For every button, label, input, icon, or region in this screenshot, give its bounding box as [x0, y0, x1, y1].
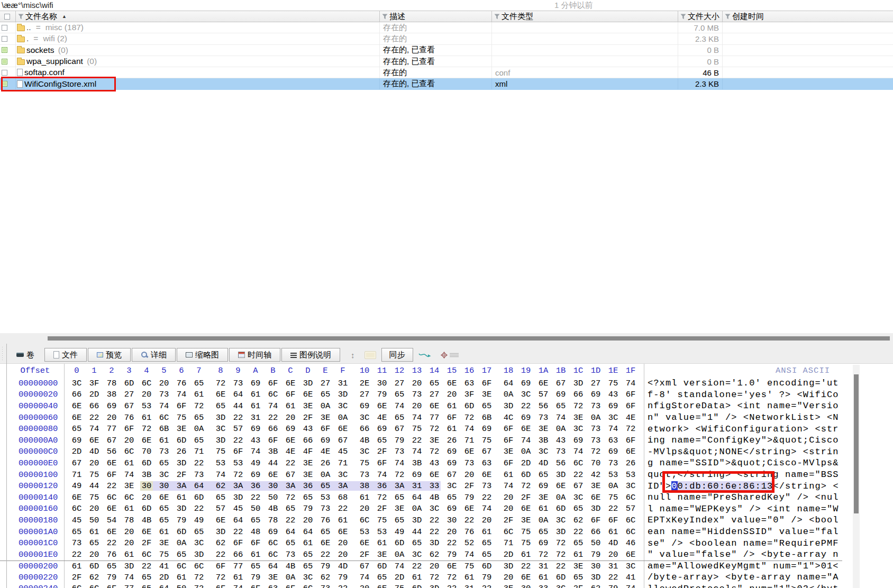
hex-byte[interactable]: 0A: [193, 424, 205, 434]
hex-byte[interactable]: 3C: [537, 447, 550, 456]
header-filesize[interactable]: 文件大小: [678, 11, 723, 22]
hex-byte[interactable]: 73: [589, 436, 602, 445]
hex-byte[interactable]: 69: [249, 379, 262, 388]
hex-byte[interactable]: 61: [302, 538, 314, 548]
hex-byte[interactable]: 4B: [428, 493, 441, 502]
hex-byte[interactable]: 3E: [393, 504, 406, 513]
hex-byte[interactable]: 3E: [175, 424, 188, 434]
hex-ascii[interactable]: ean name="HiddenSSID" value="fal: [644, 526, 842, 538]
hex-byte[interactable]: 69: [249, 470, 262, 480]
filter-icon[interactable]: [494, 14, 500, 20]
hex-byte[interactable]: 65: [445, 493, 458, 502]
tab-timeline[interactable]: 时间轴: [229, 348, 280, 362]
hex-byte[interactable]: 65: [572, 504, 585, 513]
hex-byte[interactable]: 30: [140, 481, 153, 491]
hex-byte[interactable]: 76: [319, 516, 332, 525]
hex-byte[interactable]: 31: [463, 584, 476, 588]
hex-byte[interactable]: 27: [393, 379, 406, 388]
hex-byte[interactable]: 65: [158, 516, 170, 525]
hex-byte[interactable]: 53: [376, 527, 388, 537]
hex-byte[interactable]: 6E: [520, 573, 532, 582]
hex-byte[interactable]: 79: [319, 562, 332, 571]
hex-byte[interactable]: 64: [232, 516, 244, 525]
hex-byte[interactable]: 20: [105, 413, 118, 422]
hex-byte[interactable]: 20: [123, 527, 135, 537]
hex-byte[interactable]: 62: [572, 516, 585, 525]
hex-byte[interactable]: 0A: [319, 401, 332, 411]
hex-byte[interactable]: 67: [358, 562, 371, 571]
hex-byte[interactable]: 72: [284, 493, 297, 502]
hex-byte[interactable]: 72: [428, 573, 441, 582]
hex-byte[interactable]: 6C: [624, 527, 637, 537]
hex-byte[interactable]: 6D: [175, 436, 188, 445]
hex-byte[interactable]: 0A: [336, 413, 349, 422]
hex-byte[interactable]: 76: [175, 379, 188, 388]
hex-byte[interactable]: 6D: [554, 504, 567, 513]
hex-ascii[interactable]: nfigStoreData> <int name="Versio: [644, 400, 842, 412]
hex-byte[interactable]: 3D: [589, 504, 602, 513]
hex-byte[interactable]: 3A: [336, 481, 349, 491]
hex-byte[interactable]: 62: [319, 573, 332, 582]
hex-byte[interactable]: 0A: [520, 447, 532, 456]
hex-byte[interactable]: 6C: [624, 516, 637, 525]
hex-byte[interactable]: 73: [319, 584, 332, 588]
hex-byte[interactable]: 69: [411, 470, 423, 480]
hex-byte[interactable]: 22: [572, 527, 585, 537]
hex-byte[interactable]: 22: [105, 538, 118, 548]
hex-byte[interactable]: 75: [175, 413, 188, 422]
hex-byte[interactable]: 4E: [376, 413, 388, 422]
hex-byte[interactable]: 71: [70, 470, 83, 480]
hex-byte[interactable]: 6F: [232, 447, 244, 456]
hex-byte[interactable]: 77: [232, 562, 244, 571]
hex-byte[interactable]: 3C: [624, 562, 637, 571]
hex-byte[interactable]: 74: [393, 458, 406, 468]
hex-byte[interactable]: 66: [302, 436, 314, 445]
hex-byte[interactable]: 6F: [249, 584, 262, 588]
hex-byte[interactable]: 2F: [502, 516, 515, 525]
hex-byte[interactable]: 64: [267, 562, 279, 571]
horizontal-scrollbar[interactable]: [0, 333, 893, 344]
hex-byte[interactable]: 61: [284, 401, 297, 411]
hex-byte[interactable]: 30: [445, 516, 458, 525]
hex-byte[interactable]: 43: [428, 458, 441, 468]
hex-byte[interactable]: 67: [572, 481, 585, 491]
horizontal-scrollbar-thumb[interactable]: [48, 336, 890, 341]
hex-byte[interactable]: 72: [193, 401, 205, 411]
hex-ascii[interactable]: llowedProtocols" num="1">03</byt: [644, 583, 842, 588]
hex-byte[interactable]: 65: [214, 493, 227, 502]
hex-byte[interactable]: 6E: [158, 493, 170, 502]
hex-byte[interactable]: 64: [302, 527, 314, 537]
hex-byte[interactable]: 6C: [267, 550, 279, 559]
hex-byte[interactable]: 20: [445, 527, 458, 537]
hex-byte[interactable]: 74: [358, 573, 371, 582]
hex-byte[interactable]: 6E: [70, 401, 83, 411]
hex-byte[interactable]: 2D: [158, 573, 170, 582]
hex-byte[interactable]: 6E: [520, 424, 532, 434]
hex-byte[interactable]: 64: [502, 379, 515, 388]
hex-byte[interactable]: 75: [88, 493, 101, 502]
hex-byte[interactable]: 62: [214, 481, 227, 491]
hex-byte[interactable]: 69: [445, 447, 458, 456]
hex-byte[interactable]: 4E: [319, 447, 332, 456]
hex-byte[interactable]: 79: [336, 573, 349, 582]
hex-byte[interactable]: 3C: [572, 424, 585, 434]
hex-byte[interactable]: 70: [140, 447, 153, 456]
hex-byte[interactable]: 74: [502, 481, 515, 491]
hex-byte[interactable]: 66: [70, 390, 83, 399]
hex-byte[interactable]: 4B: [284, 562, 297, 571]
hex-byte[interactable]: 73: [393, 447, 406, 456]
hex-byte[interactable]: 6D: [554, 573, 567, 582]
hex-byte[interactable]: 6F: [175, 401, 188, 411]
filter-icon[interactable]: [18, 14, 24, 20]
hex-byte[interactable]: 75: [607, 379, 619, 388]
hex-byte[interactable]: 73: [480, 481, 493, 491]
hex-byte[interactable]: 6E: [428, 470, 441, 480]
hex-byte[interactable]: 79: [175, 516, 188, 525]
hex-byte[interactable]: 64: [193, 481, 205, 491]
hex-byte[interactable]: 61: [193, 390, 205, 399]
hex-byte[interactable]: 65: [158, 504, 170, 513]
hex-byte[interactable]: 20: [411, 379, 423, 388]
hex-byte[interactable]: 3E: [537, 424, 550, 434]
hex-byte[interactable]: 52: [463, 538, 476, 548]
hex-byte[interactable]: 79: [249, 573, 262, 582]
